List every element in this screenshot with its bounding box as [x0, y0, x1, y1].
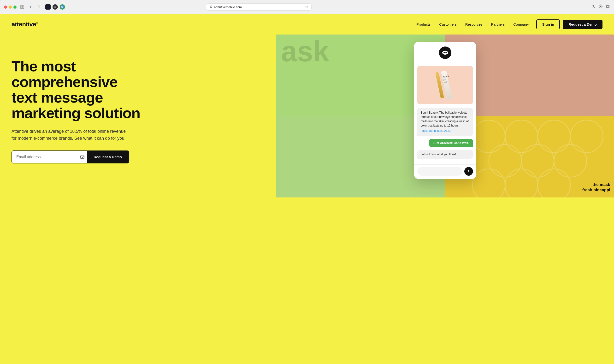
nav-item-resources[interactable]: Resources: [465, 22, 483, 26]
svg-point-14: [489, 144, 521, 177]
phone-mockup: Bonni the stick Bonni Beauty: The builda…: [414, 42, 476, 179]
nav-item-customers[interactable]: Customers: [439, 22, 457, 26]
phone-message-body: Bonni the stick Bonni Beauty: The builda…: [414, 62, 476, 162]
hero-subtext: Attentive drives an average of 18.5% of …: [12, 128, 127, 142]
svg-point-12: [538, 120, 570, 153]
avatar-icon: [442, 50, 449, 55]
svg-rect-9: [80, 156, 84, 158]
logo[interactable]: attentive®: [12, 21, 38, 28]
extension-icon-3[interactable]: [60, 4, 65, 10]
maximize-button[interactable]: [14, 5, 16, 9]
collage-text-ask: ask: [281, 37, 329, 66]
traffic-lights: [4, 5, 16, 9]
hero-email-form: Request a Demo: [12, 151, 129, 163]
brand-message-bubble-2: Let us know what you think!: [417, 150, 473, 159]
message-link[interactable]: https://bonni.attn.tv/123: [421, 129, 470, 133]
signin-button[interactable]: Sign in: [536, 19, 560, 29]
collage-mask-text: the mask fresh pineappl: [582, 182, 610, 193]
email-icon: [78, 151, 87, 163]
svg-rect-1: [23, 5, 24, 7]
forward-button[interactable]: [36, 5, 41, 9]
tab-manager-button[interactable]: [605, 4, 610, 10]
svg-point-10: [473, 120, 505, 153]
share-button[interactable]: [591, 4, 596, 10]
send-button[interactable]: [464, 167, 473, 176]
svg-point-17: [473, 169, 505, 197]
hero-headline: The most comprehensive text message mark…: [12, 58, 146, 121]
phone-input-footer: [414, 164, 476, 179]
hero-text-block: The most comprehensive text message mark…: [12, 49, 146, 163]
email-input[interactable]: [12, 151, 78, 163]
back-button[interactable]: [28, 5, 33, 9]
reload-button[interactable]: ↻: [305, 5, 308, 9]
browser-window: | 🛡 attentivemobile.com ↻: [0, 0, 614, 364]
minimize-button[interactable]: [9, 5, 12, 9]
svg-point-15: [521, 144, 554, 177]
tab-switcher-button[interactable]: [19, 5, 25, 9]
user-message-bubble: Just ordered! Can't wait.: [429, 139, 473, 147]
message-input-bar[interactable]: [417, 167, 463, 176]
svg-rect-3: [23, 7, 24, 9]
svg-rect-0: [21, 5, 22, 7]
browser-toolbar: | 🛡 attentivemobile.com ↻: [0, 0, 614, 14]
svg-rect-22: [445, 52, 447, 53]
svg-rect-21: [443, 52, 445, 53]
svg-rect-5: [210, 7, 212, 8]
request-demo-hero-button[interactable]: Request a Demo: [87, 151, 129, 163]
hero-visual: ask B: [276, 35, 614, 197]
extension-icon-2[interactable]: 🛡: [53, 4, 58, 10]
nav-item-partners[interactable]: Partners: [491, 22, 505, 26]
browser-actions: [591, 4, 610, 10]
svg-point-20: [442, 51, 448, 55]
lock-icon: [210, 5, 213, 8]
request-demo-nav-button[interactable]: Request a Demo: [563, 20, 602, 29]
address-bar[interactable]: attentivemobile.com ↻: [206, 3, 312, 11]
svg-point-16: [554, 144, 587, 177]
nav-item-products[interactable]: Products: [416, 22, 431, 26]
svg-rect-2: [21, 7, 22, 9]
user-message-container: Just ordered! Can't wait.: [417, 139, 473, 147]
svg-point-19: [538, 169, 570, 197]
svg-rect-8: [607, 5, 609, 7]
svg-point-11: [505, 120, 538, 153]
main-nav: attentive® Products Customers Resources …: [0, 14, 614, 35]
send-arrow-icon: [467, 169, 471, 173]
brand-avatar: [439, 47, 451, 59]
hero-section: The most comprehensive text message mark…: [0, 35, 614, 197]
product-image: Bonni the stick: [417, 66, 473, 104]
svg-point-18: [505, 169, 538, 197]
extension-icon-1[interactable]: |: [45, 4, 51, 10]
phone-header: [414, 42, 476, 62]
svg-point-13: [570, 120, 603, 153]
nav-ctas: Sign in Request a Demo: [536, 19, 602, 29]
brand-message-bubble: Bonni Beauty: The buildable, velvety for…: [417, 108, 473, 136]
product-brand-text: Bonni the stick: [442, 75, 450, 84]
nav-links: Products Customers Resources Partners Co…: [416, 22, 529, 26]
close-button[interactable]: [4, 5, 7, 9]
website-content: attentive® Products Customers Resources …: [0, 14, 614, 364]
nav-item-company[interactable]: Company: [513, 22, 529, 26]
url-text: attentivemobile.com: [214, 5, 242, 9]
new-tab-button[interactable]: [598, 4, 603, 10]
